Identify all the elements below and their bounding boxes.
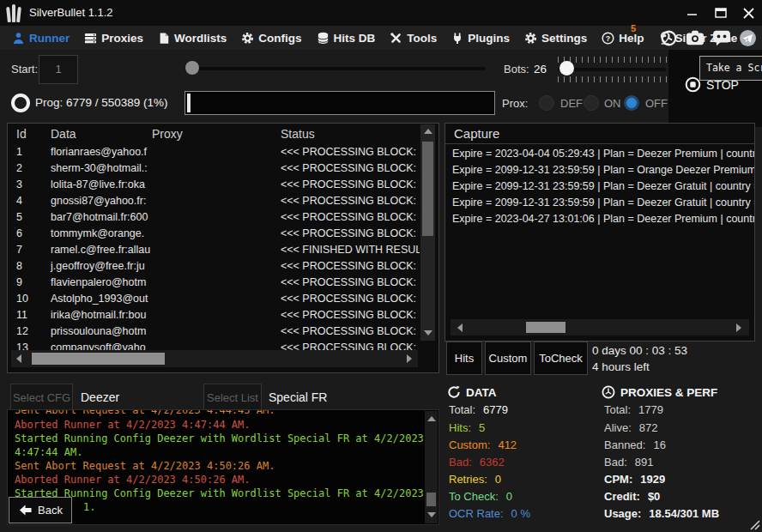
silverbullet-logo-icon xyxy=(7,3,24,22)
capture-hscroll-thumb[interactable] xyxy=(526,322,565,333)
settings-gear-icon xyxy=(524,32,537,45)
start-label: Start: xyxy=(11,63,38,76)
table-row[interactable]: 11irika@hotmail.fr:bou<<< PROCESSING BLO… xyxy=(8,309,420,324)
start-slider[interactable] xyxy=(184,67,486,70)
radio-off[interactable] xyxy=(624,95,639,111)
log-line: Sent Abort Request at 4/2/2023 4:50:26 A… xyxy=(15,460,418,472)
select-cfg-button[interactable]: Select CFG xyxy=(10,384,73,411)
capture-row[interactable]: Expire = 2023-04-27 13:01:06 | Plan = De… xyxy=(452,213,754,225)
minimize-icon xyxy=(687,8,698,18)
nav-tab-hitsdb[interactable]: Hits DB xyxy=(317,32,376,45)
nav-tab-settings[interactable]: Settings xyxy=(524,32,587,45)
scroll-left-icon[interactable] xyxy=(16,354,21,363)
log-line: Started Running Config Deezer with Wordl… xyxy=(15,487,418,499)
table-row[interactable]: 9flavienpalero@hotm<<< PROCESSING BLOCK:… xyxy=(8,276,420,292)
tab-hits[interactable]: Hits xyxy=(446,342,482,375)
database-icon xyxy=(317,32,330,45)
data-stats-header: DATA xyxy=(447,385,497,399)
tab-tocheck[interactable]: ToCheck xyxy=(534,342,588,375)
stat-data-ocr-rate: OCR Rate:0 % xyxy=(449,507,530,520)
maximize-icon xyxy=(715,8,727,18)
col-header-status: Status xyxy=(281,127,315,141)
run-timer: 0 days 00 : 03 : 53 xyxy=(592,344,687,357)
back-button[interactable]: Back xyxy=(9,497,72,523)
scroll-down-icon[interactable] xyxy=(424,330,432,336)
runner-person-icon xyxy=(12,32,25,45)
close-button[interactable] xyxy=(736,3,760,22)
table-row[interactable]: 10Astolpho_1993@out<<< PROCESSING BLOCK:… xyxy=(8,293,420,308)
table-hscroll-thumb[interactable] xyxy=(32,353,165,365)
table-row[interactable]: 7ramel.c@free.fr:allau<<< FINISHED WITH … xyxy=(8,244,420,259)
resize-grip-icon[interactable] xyxy=(748,518,760,530)
stat-proxy-bad: Bad:891 xyxy=(604,456,653,469)
table-vscroll-thumb[interactable] xyxy=(422,142,433,236)
history-clock-icon[interactable] xyxy=(660,29,678,47)
capture-row[interactable]: Expire = 2099-12-31 23:59:59 | Plan = Or… xyxy=(452,164,754,176)
scroll-left-icon[interactable] xyxy=(457,323,463,332)
stat-proxy-banned: Banned:16 xyxy=(604,438,666,451)
log-line: 4:47:44 AM. xyxy=(15,446,418,458)
time-left: 4 hours left xyxy=(592,360,650,373)
silver-zone-badge: 5 xyxy=(631,23,636,33)
radio-on[interactable] xyxy=(584,95,599,111)
scroll-right-icon[interactable] xyxy=(407,354,412,363)
bots-slider-thumb[interactable] xyxy=(559,61,574,76)
stat-cpm: CPM:1929 xyxy=(604,473,665,486)
tools-wrench-icon xyxy=(390,32,402,45)
nav-tab-configs[interactable]: Configs xyxy=(241,32,301,45)
maximize-button[interactable] xyxy=(709,3,733,22)
col-header-data: Data xyxy=(51,127,76,141)
capture-row[interactable]: Expire = 2099-12-31 23:59:59 | Plan = De… xyxy=(452,180,754,192)
scroll-right-icon[interactable] xyxy=(736,323,741,332)
plugins-plug-icon xyxy=(451,32,463,45)
table-row[interactable]: 2sherm-30@hotmail.:<<< PROCESSING BLOCK:… xyxy=(8,162,420,178)
scroll-down-icon[interactable] xyxy=(427,512,436,517)
stat-data-tocheck: To Check:0 xyxy=(449,490,512,503)
nav-right-icons xyxy=(660,26,757,50)
selected-wordlist-name: Special FR xyxy=(269,390,327,404)
app-window: SilverBullet 1.1.2 Runner Proxies Wordli… xyxy=(0,0,762,532)
nav-tab-wordlists[interactable]: Wordlists xyxy=(158,32,227,45)
screenshot-tooltip: Take a Scr xyxy=(699,56,762,81)
table-row[interactable]: 8j.geoffroy@free.fr:ju<<< PROCESSING BLO… xyxy=(8,260,420,275)
log-vscroll-thumb[interactable] xyxy=(426,493,436,506)
table-row[interactable]: 1florianraes@yahoo.f<<< PROCESSING BLOCK… xyxy=(8,146,420,161)
radio-def[interactable] xyxy=(539,95,554,111)
nav-tab-help[interactable]: ? Help xyxy=(602,32,644,45)
telegram-icon[interactable] xyxy=(739,29,757,47)
radio-on-label: ON xyxy=(604,97,621,110)
discord-icon[interactable] xyxy=(712,29,731,46)
camera-icon[interactable] xyxy=(686,29,705,46)
capture-row[interactable]: Expire = 2023-04-04 05:29:43 | Plan = De… xyxy=(452,148,754,160)
wordlists-file-icon xyxy=(158,32,170,45)
scroll-up-icon[interactable] xyxy=(424,129,432,134)
nav-tab-tools[interactable]: Tools xyxy=(390,32,437,45)
start-input[interactable]: 1 xyxy=(39,55,78,84)
nav-tab-runner[interactable]: Runner xyxy=(12,32,70,45)
capture-hscrollbar[interactable] xyxy=(451,319,749,336)
scroll-up-icon[interactable] xyxy=(427,416,436,421)
log-vscrollbar[interactable] xyxy=(425,411,438,523)
capture-title: Capture xyxy=(454,126,499,141)
table-row[interactable]: 3lolita-87@live.fr:oka<<< PROCESSING BLO… xyxy=(8,178,420,194)
start-slider-thumb[interactable] xyxy=(185,61,199,75)
select-list-button[interactable]: Select List xyxy=(203,384,262,411)
bots-label: Bots: xyxy=(504,63,529,76)
nav-tab-plugins[interactable]: Plugins xyxy=(451,32,510,45)
table-row[interactable]: 6tommymk@orange.<<< PROCESSING BLOCK: RE xyxy=(8,227,420,243)
bots-value: 26 xyxy=(534,63,547,76)
progress-value: 6779 / 550389 (1%) xyxy=(66,96,168,109)
table-hscrollbar[interactable] xyxy=(11,350,418,367)
table-row[interactable]: 12prissoulouna@hotm<<< PROCESSING BLOCK:… xyxy=(8,325,420,341)
sync-arrows-icon xyxy=(447,385,461,399)
capture-separator xyxy=(445,143,754,144)
nav-tab-proxies[interactable]: Proxies xyxy=(84,32,143,45)
tab-custom[interactable]: Custom xyxy=(485,342,531,375)
capture-row[interactable]: Expire = 2099-12-31 23:59:59 | Plan = De… xyxy=(452,196,754,209)
back-arrow-icon xyxy=(18,504,33,517)
log-line: Sent Abort Request at 4/2/2023 4:44:45 A… xyxy=(15,409,418,416)
table-vscrollbar[interactable] xyxy=(420,124,435,341)
table-row[interactable]: 4gnossi87@yahoo.fr:<<< PROCESSING BLOCK:… xyxy=(8,195,420,210)
minimize-button[interactable] xyxy=(680,3,705,22)
table-row[interactable]: 5bar7@hotmail.fr:600<<< PROCESSING BLOCK… xyxy=(8,211,420,227)
